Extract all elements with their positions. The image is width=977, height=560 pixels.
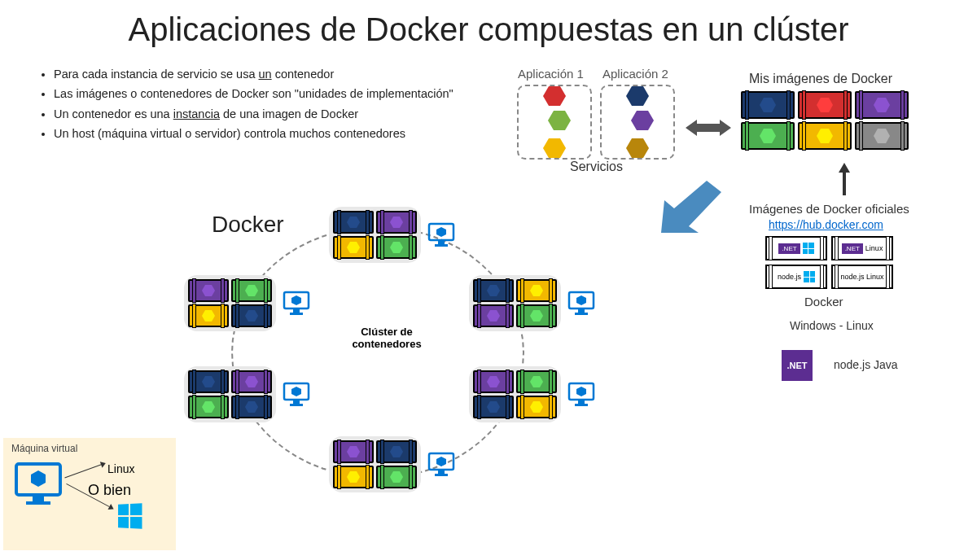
- host-monitor-icon: [427, 452, 455, 478]
- bullet-item: Las imágenes o contenedores de Docker so…: [54, 85, 495, 103]
- up-arrow-icon: [839, 163, 850, 195]
- svg-rect-10: [575, 313, 588, 315]
- container-navy: [231, 396, 272, 418]
- vm-monitor-icon: [15, 462, 62, 506]
- svg-rect-17: [578, 400, 585, 404]
- my-image-gray: [855, 122, 909, 150]
- vm-legend: Máquina virtual Linux O bien: [3, 438, 176, 550]
- svg-marker-3: [436, 227, 446, 237]
- official-net-win: .NET: [765, 236, 827, 260]
- container-purple: [333, 440, 374, 463]
- container-navy: [231, 304, 272, 327]
- docker-hub-link[interactable]: https://hub.docker.com: [769, 218, 883, 231]
- official-images-grid: .NET .NETLinux node.js node.js Linux: [765, 236, 893, 289]
- container-yellow: [516, 396, 557, 418]
- container-purple: [473, 370, 514, 393]
- cluster-host: [184, 366, 310, 422]
- container-navy: [333, 211, 374, 234]
- container-navy: [473, 279, 514, 302]
- official-node-linux: node.js Linux: [831, 265, 893, 289]
- container-navy: [188, 370, 229, 393]
- cluster-host: [329, 207, 455, 263]
- svg-marker-27: [31, 470, 46, 487]
- bullet-item: Para cada instancia de servicio se usa u…: [54, 65, 495, 83]
- container-yellow: [333, 466, 374, 488]
- container-green: [376, 466, 417, 488]
- docker-label: Docker: [212, 212, 284, 238]
- page-title: Aplicaciones de Docker compuestas en un …: [0, 0, 977, 53]
- my-image-green: [741, 122, 795, 150]
- container-green: [516, 370, 557, 393]
- svg-rect-2: [435, 244, 448, 247]
- container-purple: [473, 304, 514, 327]
- svg-marker-11: [576, 295, 586, 305]
- container-navy: [473, 396, 514, 418]
- applications: [517, 85, 675, 160]
- my-image-red: [798, 91, 852, 119]
- svg-rect-25: [33, 497, 44, 501]
- cluster-host: [469, 366, 595, 422]
- svg-rect-9: [578, 309, 585, 313]
- svg-rect-6: [290, 313, 303, 315]
- app2-label: Aplicación 2: [602, 67, 668, 81]
- bullet-item: Un host (máquina virtual o servidor) con…: [54, 125, 495, 142]
- big-arrow-icon: [648, 181, 721, 233]
- svg-rect-5: [293, 309, 300, 313]
- cluster-host: [469, 275, 595, 331]
- container-green: [516, 304, 557, 327]
- official-net-linux: .NETLinux: [831, 236, 893, 260]
- container-yellow: [333, 236, 374, 259]
- svg-rect-18: [575, 404, 588, 406]
- svg-rect-22: [435, 474, 448, 476]
- app1-label: Aplicación 1: [518, 67, 584, 81]
- bullet-list: Para cada instancia de servicio se usa u…: [39, 65, 495, 145]
- cluster-label: Clúster de contenedores: [342, 326, 432, 350]
- host-monitor-icon: [283, 291, 310, 317]
- my-images-grid: [741, 91, 909, 150]
- windows-icon: [118, 503, 142, 529]
- official-images-label: Imágenes de Docker oficiales: [749, 202, 909, 216]
- container-purple: [231, 370, 272, 393]
- container-green: [376, 236, 417, 259]
- double-arrow-icon: [686, 118, 731, 138]
- container-green: [231, 279, 272, 302]
- container-yellow: [188, 304, 229, 327]
- vm-linux-label: Linux: [107, 462, 142, 475]
- my-image-purple: [855, 91, 909, 119]
- bullet-item: Un contenedor es una instancia de una im…: [54, 105, 495, 123]
- host-monitor-icon: [567, 382, 595, 408]
- my-image-yellow: [798, 122, 852, 150]
- host-monitor-icon: [567, 291, 595, 317]
- svg-rect-26: [26, 501, 50, 505]
- svg-marker-19: [576, 387, 586, 396]
- container-purple: [188, 279, 229, 302]
- svg-marker-23: [436, 457, 446, 466]
- container-purple: [376, 211, 417, 234]
- cluster-host: [329, 436, 455, 492]
- svg-rect-21: [438, 470, 445, 474]
- svg-rect-13: [293, 400, 300, 404]
- container-green: [188, 396, 229, 418]
- node-java-label: node.js Java: [834, 358, 898, 371]
- dotnet-icon: .NET: [782, 350, 813, 381]
- docker-foot-label: Docker: [804, 295, 843, 308]
- app1-box: [517, 85, 592, 160]
- svg-rect-1: [438, 241, 445, 244]
- container-navy: [376, 440, 417, 463]
- my-image-navy: [741, 91, 795, 119]
- container-yellow: [516, 279, 557, 302]
- vm-title: Máquina virtual: [11, 443, 168, 454]
- svg-marker-15: [291, 387, 301, 396]
- host-monitor-icon: [283, 382, 310, 408]
- servicios-label: Servicios: [570, 160, 623, 174]
- host-monitor-icon: [427, 222, 455, 248]
- svg-marker-7: [291, 295, 301, 305]
- official-node-win: node.js: [765, 265, 827, 289]
- svg-rect-14: [290, 404, 303, 406]
- win-linux-label: Windows - Linux: [790, 319, 874, 332]
- app2-box: [600, 85, 675, 160]
- my-images-label: Mis imágenes de Docker: [749, 72, 892, 86]
- vm-or-label: O bien: [88, 482, 142, 499]
- cluster-host: [184, 275, 310, 331]
